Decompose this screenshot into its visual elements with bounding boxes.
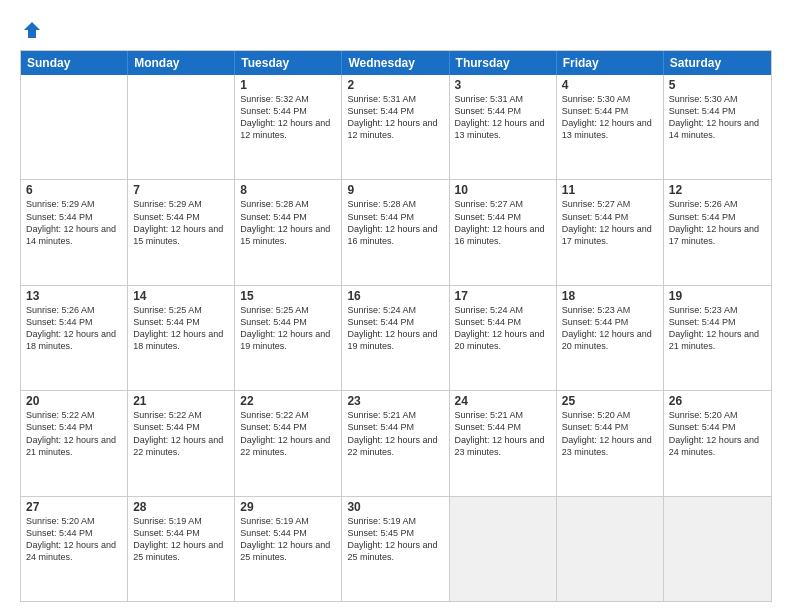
calendar-cell: 8Sunrise: 5:28 AM Sunset: 5:44 PM Daylig… bbox=[235, 180, 342, 284]
header bbox=[20, 18, 772, 42]
calendar-cell: 27Sunrise: 5:20 AM Sunset: 5:44 PM Dayli… bbox=[21, 497, 128, 601]
day-header-wednesday: Wednesday bbox=[342, 51, 449, 75]
calendar-cell bbox=[450, 497, 557, 601]
calendar-cell: 18Sunrise: 5:23 AM Sunset: 5:44 PM Dayli… bbox=[557, 286, 664, 390]
day-number: 29 bbox=[240, 500, 336, 514]
day-header-monday: Monday bbox=[128, 51, 235, 75]
day-number: 5 bbox=[669, 78, 766, 92]
calendar-cell: 9Sunrise: 5:28 AM Sunset: 5:44 PM Daylig… bbox=[342, 180, 449, 284]
cell-info: Sunrise: 5:31 AM Sunset: 5:44 PM Dayligh… bbox=[455, 93, 551, 142]
cell-info: Sunrise: 5:19 AM Sunset: 5:44 PM Dayligh… bbox=[133, 515, 229, 564]
day-header-sunday: Sunday bbox=[21, 51, 128, 75]
calendar-cell: 4Sunrise: 5:30 AM Sunset: 5:44 PM Daylig… bbox=[557, 75, 664, 179]
calendar-cell bbox=[664, 497, 771, 601]
calendar-cell: 19Sunrise: 5:23 AM Sunset: 5:44 PM Dayli… bbox=[664, 286, 771, 390]
day-number: 2 bbox=[347, 78, 443, 92]
calendar-cell: 17Sunrise: 5:24 AM Sunset: 5:44 PM Dayli… bbox=[450, 286, 557, 390]
calendar-cell bbox=[21, 75, 128, 179]
cell-info: Sunrise: 5:22 AM Sunset: 5:44 PM Dayligh… bbox=[26, 409, 122, 458]
day-number: 26 bbox=[669, 394, 766, 408]
cell-info: Sunrise: 5:21 AM Sunset: 5:44 PM Dayligh… bbox=[347, 409, 443, 458]
calendar-cell: 3Sunrise: 5:31 AM Sunset: 5:44 PM Daylig… bbox=[450, 75, 557, 179]
logo bbox=[20, 18, 48, 42]
day-number: 1 bbox=[240, 78, 336, 92]
cell-info: Sunrise: 5:28 AM Sunset: 5:44 PM Dayligh… bbox=[347, 198, 443, 247]
calendar-cell: 7Sunrise: 5:29 AM Sunset: 5:44 PM Daylig… bbox=[128, 180, 235, 284]
day-number: 7 bbox=[133, 183, 229, 197]
day-number: 27 bbox=[26, 500, 122, 514]
day-number: 21 bbox=[133, 394, 229, 408]
cell-info: Sunrise: 5:29 AM Sunset: 5:44 PM Dayligh… bbox=[133, 198, 229, 247]
calendar-cell bbox=[557, 497, 664, 601]
day-number: 28 bbox=[133, 500, 229, 514]
cell-info: Sunrise: 5:19 AM Sunset: 5:44 PM Dayligh… bbox=[240, 515, 336, 564]
cell-info: Sunrise: 5:21 AM Sunset: 5:44 PM Dayligh… bbox=[455, 409, 551, 458]
day-number: 6 bbox=[26, 183, 122, 197]
day-number: 24 bbox=[455, 394, 551, 408]
cell-info: Sunrise: 5:20 AM Sunset: 5:44 PM Dayligh… bbox=[669, 409, 766, 458]
cell-info: Sunrise: 5:23 AM Sunset: 5:44 PM Dayligh… bbox=[669, 304, 766, 353]
day-header-friday: Friday bbox=[557, 51, 664, 75]
cell-info: Sunrise: 5:29 AM Sunset: 5:44 PM Dayligh… bbox=[26, 198, 122, 247]
day-number: 23 bbox=[347, 394, 443, 408]
calendar-cell: 28Sunrise: 5:19 AM Sunset: 5:44 PM Dayli… bbox=[128, 497, 235, 601]
cell-info: Sunrise: 5:28 AM Sunset: 5:44 PM Dayligh… bbox=[240, 198, 336, 247]
cell-info: Sunrise: 5:22 AM Sunset: 5:44 PM Dayligh… bbox=[133, 409, 229, 458]
calendar-cell: 11Sunrise: 5:27 AM Sunset: 5:44 PM Dayli… bbox=[557, 180, 664, 284]
day-number: 9 bbox=[347, 183, 443, 197]
cell-info: Sunrise: 5:31 AM Sunset: 5:44 PM Dayligh… bbox=[347, 93, 443, 142]
cell-info: Sunrise: 5:32 AM Sunset: 5:44 PM Dayligh… bbox=[240, 93, 336, 142]
calendar-week-5: 27Sunrise: 5:20 AM Sunset: 5:44 PM Dayli… bbox=[21, 496, 771, 601]
calendar: SundayMondayTuesdayWednesdayThursdayFrid… bbox=[20, 50, 772, 602]
day-number: 20 bbox=[26, 394, 122, 408]
day-number: 12 bbox=[669, 183, 766, 197]
calendar-cell: 13Sunrise: 5:26 AM Sunset: 5:44 PM Dayli… bbox=[21, 286, 128, 390]
cell-info: Sunrise: 5:20 AM Sunset: 5:44 PM Dayligh… bbox=[26, 515, 122, 564]
calendar-cell: 24Sunrise: 5:21 AM Sunset: 5:44 PM Dayli… bbox=[450, 391, 557, 495]
calendar-cell: 10Sunrise: 5:27 AM Sunset: 5:44 PM Dayli… bbox=[450, 180, 557, 284]
day-number: 22 bbox=[240, 394, 336, 408]
calendar-cell bbox=[128, 75, 235, 179]
calendar-header: SundayMondayTuesdayWednesdayThursdayFrid… bbox=[21, 51, 771, 75]
calendar-week-2: 6Sunrise: 5:29 AM Sunset: 5:44 PM Daylig… bbox=[21, 179, 771, 284]
calendar-cell: 23Sunrise: 5:21 AM Sunset: 5:44 PM Dayli… bbox=[342, 391, 449, 495]
cell-info: Sunrise: 5:26 AM Sunset: 5:44 PM Dayligh… bbox=[26, 304, 122, 353]
cell-info: Sunrise: 5:30 AM Sunset: 5:44 PM Dayligh… bbox=[562, 93, 658, 142]
calendar-cell: 21Sunrise: 5:22 AM Sunset: 5:44 PM Dayli… bbox=[128, 391, 235, 495]
day-number: 10 bbox=[455, 183, 551, 197]
cell-info: Sunrise: 5:20 AM Sunset: 5:44 PM Dayligh… bbox=[562, 409, 658, 458]
cell-info: Sunrise: 5:23 AM Sunset: 5:44 PM Dayligh… bbox=[562, 304, 658, 353]
cell-info: Sunrise: 5:30 AM Sunset: 5:44 PM Dayligh… bbox=[669, 93, 766, 142]
cell-info: Sunrise: 5:19 AM Sunset: 5:45 PM Dayligh… bbox=[347, 515, 443, 564]
calendar-cell: 29Sunrise: 5:19 AM Sunset: 5:44 PM Dayli… bbox=[235, 497, 342, 601]
page: SundayMondayTuesdayWednesdayThursdayFrid… bbox=[0, 0, 792, 612]
day-number: 17 bbox=[455, 289, 551, 303]
calendar-cell: 15Sunrise: 5:25 AM Sunset: 5:44 PM Dayli… bbox=[235, 286, 342, 390]
day-number: 19 bbox=[669, 289, 766, 303]
day-number: 4 bbox=[562, 78, 658, 92]
day-number: 3 bbox=[455, 78, 551, 92]
calendar-cell: 30Sunrise: 5:19 AM Sunset: 5:45 PM Dayli… bbox=[342, 497, 449, 601]
day-number: 13 bbox=[26, 289, 122, 303]
calendar-week-4: 20Sunrise: 5:22 AM Sunset: 5:44 PM Dayli… bbox=[21, 390, 771, 495]
calendar-cell: 25Sunrise: 5:20 AM Sunset: 5:44 PM Dayli… bbox=[557, 391, 664, 495]
day-header-saturday: Saturday bbox=[664, 51, 771, 75]
calendar-cell: 12Sunrise: 5:26 AM Sunset: 5:44 PM Dayli… bbox=[664, 180, 771, 284]
svg-marker-0 bbox=[24, 22, 40, 38]
cell-info: Sunrise: 5:24 AM Sunset: 5:44 PM Dayligh… bbox=[455, 304, 551, 353]
day-number: 8 bbox=[240, 183, 336, 197]
calendar-cell: 22Sunrise: 5:22 AM Sunset: 5:44 PM Dayli… bbox=[235, 391, 342, 495]
cell-info: Sunrise: 5:22 AM Sunset: 5:44 PM Dayligh… bbox=[240, 409, 336, 458]
day-header-tuesday: Tuesday bbox=[235, 51, 342, 75]
day-number: 14 bbox=[133, 289, 229, 303]
logo-icon bbox=[20, 18, 44, 42]
day-number: 30 bbox=[347, 500, 443, 514]
day-number: 11 bbox=[562, 183, 658, 197]
calendar-cell: 26Sunrise: 5:20 AM Sunset: 5:44 PM Dayli… bbox=[664, 391, 771, 495]
cell-info: Sunrise: 5:27 AM Sunset: 5:44 PM Dayligh… bbox=[455, 198, 551, 247]
calendar-cell: 14Sunrise: 5:25 AM Sunset: 5:44 PM Dayli… bbox=[128, 286, 235, 390]
day-number: 15 bbox=[240, 289, 336, 303]
cell-info: Sunrise: 5:25 AM Sunset: 5:44 PM Dayligh… bbox=[240, 304, 336, 353]
calendar-week-3: 13Sunrise: 5:26 AM Sunset: 5:44 PM Dayli… bbox=[21, 285, 771, 390]
cell-info: Sunrise: 5:26 AM Sunset: 5:44 PM Dayligh… bbox=[669, 198, 766, 247]
